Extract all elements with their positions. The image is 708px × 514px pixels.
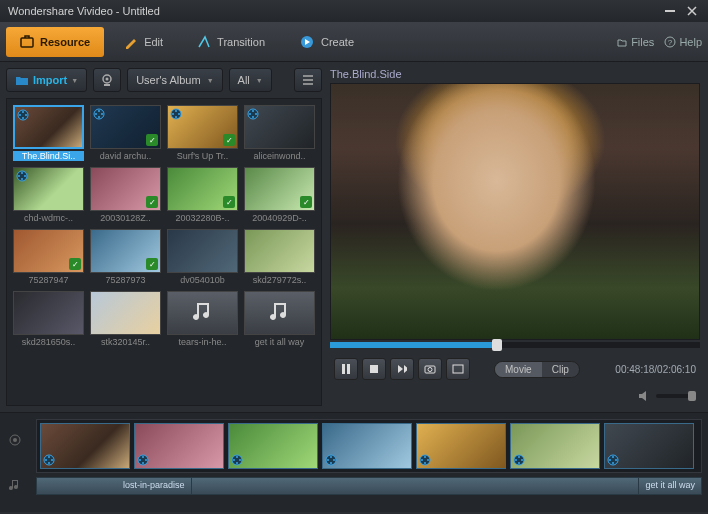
webcam-icon: [100, 74, 114, 86]
preview-title: The.Blind.Side: [330, 68, 700, 80]
media-thumb[interactable]: ✓75287973: [90, 229, 161, 285]
svg-point-26: [252, 116, 254, 118]
webcam-button[interactable]: [93, 68, 121, 92]
mode-clip[interactable]: Clip: [542, 362, 579, 377]
titlebar: Wondershare Vivideo - Untitled: [0, 0, 708, 22]
help-button[interactable]: ? Help: [664, 36, 702, 48]
thumb-image: [13, 291, 84, 335]
media-thumb[interactable]: ✓david archu..: [90, 105, 161, 161]
thumb-image: ✓: [90, 167, 161, 211]
media-thumb[interactable]: ✓20032280B-..: [167, 167, 238, 223]
media-thumb[interactable]: The.Blind.Si..: [13, 105, 84, 161]
video-badge-icon: [170, 108, 182, 120]
video-badge-icon: [16, 170, 28, 182]
resource-icon: [20, 35, 34, 49]
svg-point-12: [19, 114, 21, 116]
progress-bar[interactable]: [330, 342, 700, 348]
timeline-audio-button[interactable]: [5, 475, 25, 495]
preview-mode-toggle[interactable]: Movie Clip: [494, 361, 580, 378]
mode-movie[interactable]: Movie: [495, 362, 542, 377]
thumb-image: [167, 291, 238, 335]
svg-point-72: [612, 456, 614, 458]
media-thumb[interactable]: ✓20030128Z..: [90, 167, 161, 223]
svg-rect-38: [453, 365, 463, 373]
timeline-settings-button[interactable]: [5, 430, 25, 450]
snapshot-button[interactable]: [418, 358, 442, 380]
media-thumb[interactable]: skd281650s..: [13, 291, 84, 347]
import-button[interactable]: Import ▼: [6, 68, 87, 92]
svg-point-17: [95, 113, 97, 115]
timeline-clip[interactable]: [228, 423, 318, 469]
close-button[interactable]: [684, 3, 700, 19]
volume-handle[interactable]: [688, 391, 696, 401]
tab-label: Edit: [144, 36, 163, 48]
audio-clip[interactable]: lost-in-paradise: [117, 478, 192, 494]
stop-button[interactable]: [362, 358, 386, 380]
timeline: lost-in-paradise get it all way: [0, 412, 708, 512]
timeline-clip[interactable]: [604, 423, 694, 469]
timeline-clip[interactable]: [322, 423, 412, 469]
next-button[interactable]: [390, 358, 414, 380]
preview-panel: The.Blind.Side Movie Clip 00:48:18/02:06…: [328, 62, 708, 412]
filter-select[interactable]: All ▼: [229, 68, 272, 92]
audio-clip[interactable]: get it all way: [638, 478, 701, 494]
media-thumb[interactable]: stk320145r..: [90, 291, 161, 347]
timeline-clip[interactable]: [510, 423, 600, 469]
media-thumb[interactable]: ✓20040929D-..: [244, 167, 315, 223]
tab-label: Create: [321, 36, 354, 48]
fullscreen-button[interactable]: [446, 358, 470, 380]
thumb-image: [244, 291, 315, 335]
svg-point-14: [98, 110, 100, 112]
tab-transition[interactable]: Transition: [183, 27, 279, 57]
minimize-button[interactable]: [662, 3, 678, 19]
media-thumb[interactable]: tears-in-he..: [167, 291, 238, 347]
video-track[interactable]: [36, 419, 702, 473]
video-badge-icon: [17, 109, 29, 121]
media-thumb[interactable]: chd-wdmc-..: [13, 167, 84, 223]
timeline-clip[interactable]: [134, 423, 224, 469]
svg-rect-1: [21, 38, 33, 47]
thumb-label: chd-wdmc-..: [13, 213, 84, 223]
view-mode-button[interactable]: [294, 68, 322, 92]
tab-create[interactable]: Create: [285, 27, 368, 57]
files-button[interactable]: Files: [616, 36, 654, 48]
tab-edit[interactable]: Edit: [110, 27, 177, 57]
svg-point-74: [612, 462, 614, 464]
video-badge-icon: [137, 454, 149, 466]
svg-point-9: [22, 111, 24, 113]
thumb-image: ✓: [167, 105, 238, 149]
svg-point-63: [427, 459, 429, 461]
svg-point-42: [48, 456, 50, 458]
gear-icon: [8, 433, 22, 447]
thumb-image: [13, 105, 84, 149]
svg-point-30: [24, 175, 26, 177]
thumb-image: [167, 229, 238, 273]
media-thumb[interactable]: skd279772s..: [244, 229, 315, 285]
media-thumb[interactable]: ✓Surf's Up Tr..: [167, 105, 238, 161]
audio-track[interactable]: lost-in-paradise get it all way: [36, 477, 702, 495]
pause-button[interactable]: [334, 358, 358, 380]
media-thumb[interactable]: aliceinwond..: [244, 105, 315, 161]
timeline-clip[interactable]: [416, 423, 506, 469]
media-thumb[interactable]: ✓75287947: [13, 229, 84, 285]
svg-point-67: [518, 456, 520, 458]
album-select[interactable]: User's Album ▼: [127, 68, 222, 92]
preview-viewport[interactable]: [330, 83, 700, 340]
timeline-clip[interactable]: [40, 423, 130, 469]
video-badge-icon: [607, 454, 619, 466]
svg-point-32: [18, 175, 20, 177]
volume-icon[interactable]: [638, 390, 652, 402]
progress-handle[interactable]: [492, 339, 502, 351]
video-badge-icon: [513, 454, 525, 466]
check-icon: ✓: [223, 196, 235, 208]
svg-rect-7: [104, 84, 110, 86]
volume-slider[interactable]: [656, 394, 696, 398]
thumb-label: skd279772s..: [244, 275, 315, 285]
edit-icon: [124, 35, 138, 49]
tab-resource[interactable]: Resource: [6, 27, 104, 57]
media-thumb[interactable]: dv054010b: [167, 229, 238, 285]
music-icon: [9, 478, 21, 492]
media-thumb[interactable]: get it all way: [244, 291, 315, 347]
filter-value: All: [238, 74, 250, 86]
thumb-image: [90, 291, 161, 335]
